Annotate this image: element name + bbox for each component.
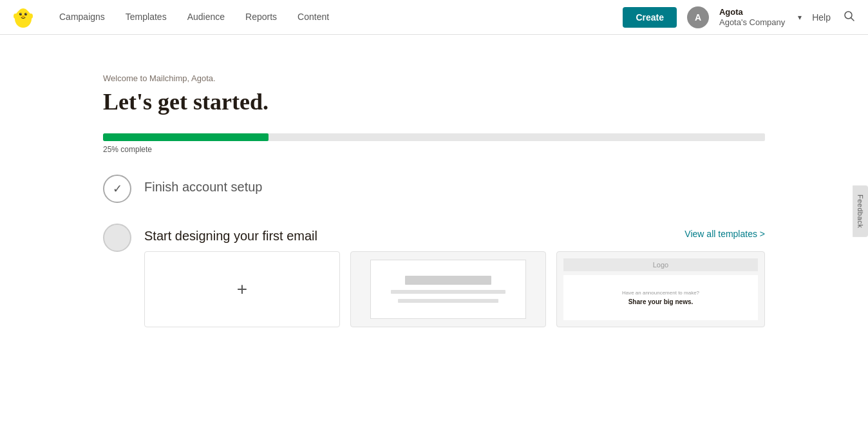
template-body: Have an announcement to make? Share your…: [563, 275, 758, 320]
step-1-circle: ✓: [103, 175, 131, 203]
welcome-title: Let's get started.: [103, 88, 765, 115]
step-2-label: Start designing your first email: [144, 229, 317, 244]
create-button[interactable]: Create: [623, 7, 677, 28]
svg-point-2: [19, 13, 22, 15]
search-button[interactable]: [841, 8, 858, 26]
template-card-announce[interactable]: Logo Have an announcement to make? Share…: [556, 251, 765, 327]
template-logo-box: Logo: [563, 258, 758, 271]
svg-point-3: [24, 13, 27, 15]
svg-point-6: [22, 15, 25, 17]
svg-line-10: [851, 18, 854, 21]
nav-content[interactable]: Content: [287, 0, 339, 35]
avatar[interactable]: A: [687, 6, 709, 28]
step-1-label: Finish account setup: [144, 180, 765, 195]
svg-point-5: [26, 13, 26, 14]
progress-bar-fill: [103, 133, 269, 141]
step-1-content: Finish account setup: [144, 175, 765, 195]
help-link[interactable]: Help: [812, 12, 831, 23]
plus-icon: +: [237, 279, 247, 300]
progress-container: 25% complete: [103, 133, 765, 154]
feedback-tab[interactable]: Feedback: [853, 185, 868, 236]
user-company: Agota's Company: [719, 17, 785, 28]
template-big-text: Share your big news.: [628, 298, 693, 305]
nav-audience[interactable]: Audience: [177, 0, 235, 35]
template-small-text: Have an announcement to make?: [622, 290, 699, 296]
navbar-right: Create A Agota Agota's Company ▾ Help: [623, 6, 858, 28]
checklist: ✓ Finish account setup Start designing y…: [103, 175, 765, 327]
chevron-down-icon[interactable]: ▾: [798, 13, 802, 22]
svg-point-4: [21, 13, 21, 14]
svg-point-8: [29, 14, 33, 19]
progress-bar-track: [103, 133, 765, 141]
search-icon: [844, 10, 855, 22]
checkmark-icon: ✓: [113, 182, 122, 196]
step-2-content: Start designing your first email View al…: [144, 224, 765, 327]
layout-line-2: [398, 299, 499, 303]
layout-image-rect: [405, 276, 491, 285]
view-all-templates-link[interactable]: View all templates >: [684, 229, 765, 239]
layout-line-1: [391, 290, 506, 294]
nav-links: Campaigns Templates Audience Reports Con…: [49, 0, 623, 35]
checklist-item-2: Start designing your first email View al…: [103, 224, 765, 327]
nav-templates[interactable]: Templates: [115, 0, 177, 35]
step-2-circle: [103, 224, 131, 252]
nav-campaigns[interactable]: Campaigns: [49, 0, 115, 35]
progress-label: 25% complete: [103, 145, 765, 154]
mailchimp-logo[interactable]: [10, 5, 36, 30]
template-card-blank[interactable]: +: [144, 251, 340, 327]
templates-row: + Logo Have an announc: [144, 251, 765, 327]
navbar: Campaigns Templates Audience Reports Con…: [0, 0, 868, 35]
svg-point-1: [17, 8, 29, 21]
layout-preview: [370, 260, 526, 320]
user-info[interactable]: Agota Agota's Company: [719, 7, 785, 27]
template-card-layout[interactable]: [350, 251, 546, 327]
checklist-item-1: ✓ Finish account setup: [103, 175, 765, 203]
nav-reports[interactable]: Reports: [235, 0, 287, 35]
welcome-subtitle: Welcome to Mailchimp, Agota.: [103, 73, 765, 83]
main-content: Welcome to Mailchimp, Agota. Let's get s…: [0, 35, 868, 374]
svg-point-7: [14, 14, 17, 19]
user-name: Agota: [719, 7, 785, 17]
